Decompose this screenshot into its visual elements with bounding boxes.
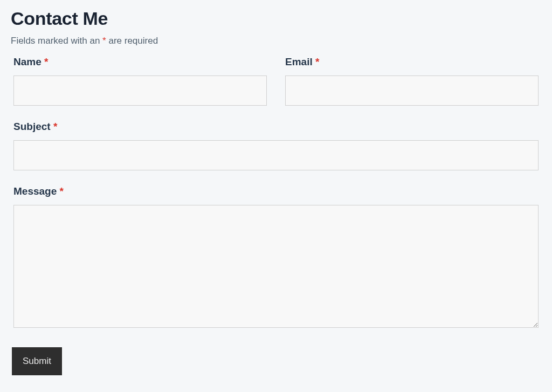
contact-form: Contact Me Fields marked with an * are r… <box>11 8 541 375</box>
required-note-suffix: are required <box>106 36 158 46</box>
required-fields-note: Fields marked with an * are required <box>11 36 541 46</box>
email-field-wrapper: Email * <box>282 56 541 106</box>
submit-button[interactable]: Submit <box>12 347 62 375</box>
required-note-prefix: Fields marked with an <box>11 36 102 46</box>
required-asterisk-icon: * <box>44 56 48 67</box>
subject-input[interactable] <box>13 140 539 170</box>
subject-label-text: Subject <box>13 121 53 132</box>
message-field-wrapper: Message * <box>11 185 541 330</box>
form-row-name-email: Name * Email * <box>11 56 541 106</box>
subject-label: Subject * <box>13 121 539 133</box>
message-label: Message * <box>13 185 539 197</box>
message-label-text: Message <box>13 185 60 197</box>
subject-field-wrapper: Subject * <box>11 121 541 170</box>
email-label: Email * <box>285 56 539 68</box>
email-input[interactable] <box>285 75 539 106</box>
required-asterisk-icon: * <box>53 121 57 132</box>
name-label-text: Name <box>13 56 44 67</box>
name-label: Name * <box>13 56 267 68</box>
name-input[interactable] <box>13 75 267 106</box>
required-asterisk-icon: * <box>102 36 106 46</box>
form-row-message: Message * <box>11 185 541 330</box>
form-row-subject: Subject * <box>11 121 541 170</box>
required-asterisk-icon: * <box>60 185 64 197</box>
message-textarea[interactable] <box>13 205 539 328</box>
form-title: Contact Me <box>11 8 541 29</box>
email-label-text: Email <box>285 56 315 67</box>
name-field-wrapper: Name * <box>11 56 270 106</box>
required-asterisk-icon: * <box>315 56 319 67</box>
